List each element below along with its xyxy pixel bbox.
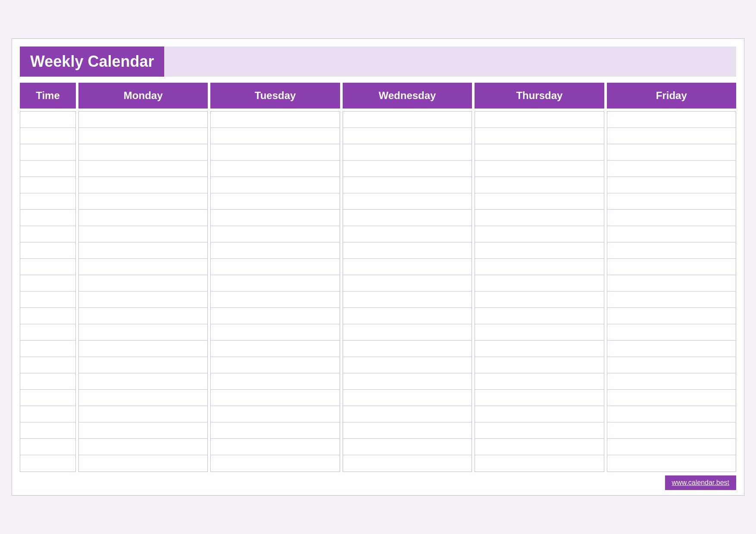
table-row[interactable]	[607, 406, 736, 422]
table-row[interactable]	[211, 275, 339, 292]
table-row[interactable]	[211, 128, 339, 144]
table-row[interactable]	[475, 292, 603, 308]
table-row[interactable]	[211, 439, 339, 455]
table-row[interactable]	[211, 210, 339, 226]
table-row[interactable]	[79, 242, 207, 259]
table-row[interactable]	[475, 193, 603, 210]
table-row[interactable]	[475, 341, 603, 357]
table-row[interactable]	[211, 259, 339, 275]
table-row[interactable]	[607, 226, 736, 242]
table-row[interactable]	[211, 161, 339, 177]
table-row[interactable]	[475, 455, 603, 472]
table-row[interactable]	[607, 128, 736, 144]
table-row[interactable]	[607, 161, 736, 177]
table-row[interactable]	[475, 373, 603, 390]
table-row[interactable]	[211, 357, 339, 373]
table-row[interactable]	[475, 422, 603, 439]
table-row[interactable]	[475, 210, 603, 226]
table-row[interactable]	[20, 422, 75, 439]
table-row[interactable]	[343, 275, 472, 292]
table-row[interactable]	[607, 112, 736, 128]
table-row[interactable]	[475, 144, 603, 161]
table-row[interactable]	[20, 373, 75, 390]
table-row[interactable]	[607, 308, 736, 324]
table-row[interactable]	[20, 177, 75, 193]
table-row[interactable]	[79, 112, 207, 128]
table-row[interactable]	[343, 112, 472, 128]
table-row[interactable]	[607, 193, 736, 210]
table-row[interactable]	[79, 161, 207, 177]
table-row[interactable]	[607, 292, 736, 308]
table-row[interactable]	[211, 455, 339, 472]
table-row[interactable]	[343, 455, 472, 472]
table-row[interactable]	[343, 292, 472, 308]
table-row[interactable]	[607, 324, 736, 341]
table-row[interactable]	[475, 439, 603, 455]
table-row[interactable]	[20, 439, 75, 455]
table-row[interactable]	[79, 177, 207, 193]
table-row[interactable]	[607, 242, 736, 259]
table-row[interactable]	[20, 193, 75, 210]
table-row[interactable]	[475, 112, 603, 128]
table-row[interactable]	[20, 357, 75, 373]
table-row[interactable]	[343, 177, 472, 193]
table-row[interactable]	[211, 177, 339, 193]
table-row[interactable]	[79, 128, 207, 144]
table-row[interactable]	[79, 406, 207, 422]
table-row[interactable]	[343, 373, 472, 390]
table-row[interactable]	[211, 144, 339, 161]
table-row[interactable]	[343, 390, 472, 406]
footer-link[interactable]: www.calendar.best	[665, 475, 736, 490]
table-row[interactable]	[20, 406, 75, 422]
table-row[interactable]	[475, 308, 603, 324]
table-row[interactable]	[20, 275, 75, 292]
table-row[interactable]	[79, 308, 207, 324]
table-row[interactable]	[79, 341, 207, 357]
table-row[interactable]	[475, 177, 603, 193]
table-row[interactable]	[607, 144, 736, 161]
table-row[interactable]	[211, 324, 339, 341]
table-row[interactable]	[79, 193, 207, 210]
table-row[interactable]	[20, 308, 75, 324]
table-row[interactable]	[211, 308, 339, 324]
table-row[interactable]	[343, 144, 472, 161]
table-row[interactable]	[607, 422, 736, 439]
table-row[interactable]	[475, 275, 603, 292]
table-row[interactable]	[211, 193, 339, 210]
table-row[interactable]	[211, 406, 339, 422]
table-row[interactable]	[211, 292, 339, 308]
table-row[interactable]	[343, 128, 472, 144]
table-row[interactable]	[211, 226, 339, 242]
table-row[interactable]	[607, 259, 736, 275]
table-row[interactable]	[607, 341, 736, 357]
table-row[interactable]	[475, 390, 603, 406]
table-row[interactable]	[211, 112, 339, 128]
table-row[interactable]	[343, 259, 472, 275]
table-row[interactable]	[79, 324, 207, 341]
table-row[interactable]	[20, 112, 75, 128]
table-row[interactable]	[211, 390, 339, 406]
table-row[interactable]	[475, 324, 603, 341]
table-row[interactable]	[20, 226, 75, 242]
table-row[interactable]	[607, 177, 736, 193]
table-row[interactable]	[20, 292, 75, 308]
table-row[interactable]	[475, 242, 603, 259]
table-row[interactable]	[20, 341, 75, 357]
table-row[interactable]	[343, 341, 472, 357]
table-row[interactable]	[20, 259, 75, 275]
table-row[interactable]	[607, 357, 736, 373]
table-row[interactable]	[20, 324, 75, 341]
table-row[interactable]	[79, 455, 207, 472]
table-row[interactable]	[475, 357, 603, 373]
table-row[interactable]	[79, 275, 207, 292]
table-row[interactable]	[607, 455, 736, 472]
table-row[interactable]	[211, 242, 339, 259]
table-row[interactable]	[20, 161, 75, 177]
table-row[interactable]	[211, 341, 339, 357]
table-row[interactable]	[343, 357, 472, 373]
table-row[interactable]	[607, 275, 736, 292]
table-row[interactable]	[607, 390, 736, 406]
table-row[interactable]	[607, 210, 736, 226]
table-row[interactable]	[475, 161, 603, 177]
table-row[interactable]	[343, 422, 472, 439]
